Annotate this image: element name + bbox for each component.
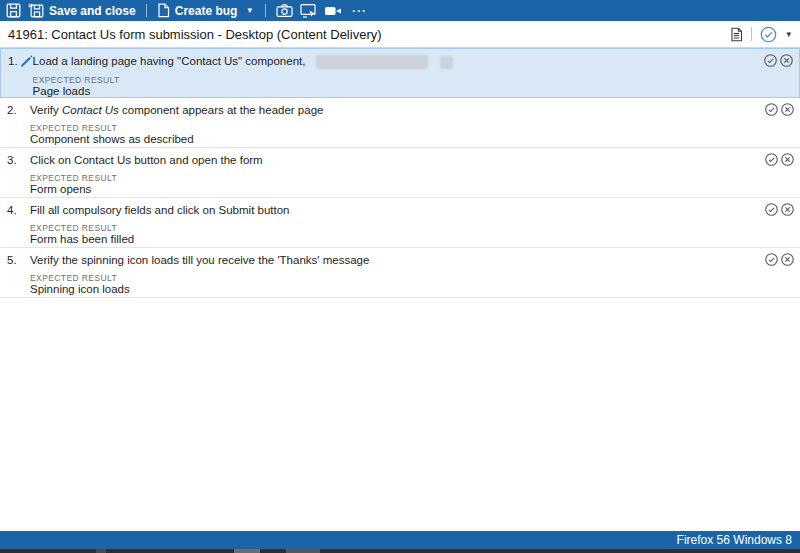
outcome-dropdown-caret-icon[interactable]: ▾ (785, 28, 792, 41)
expected-result-label: EXPECTED RESULT (33, 75, 799, 85)
step-action: Verify the spinning icon loads till you … (30, 254, 800, 267)
step-action: Load a landing page having "Contact Us" … (33, 55, 799, 69)
step-action-text: component appears at the header page (119, 104, 324, 116)
test-case-title: 41961: Contact Us form submission - Desk… (8, 27, 730, 42)
create-bug-button[interactable]: Create bug (157, 3, 238, 18)
step-pass-icon[interactable] (765, 203, 778, 216)
status-bar: Firefox 56 Windows 8 (0, 531, 800, 549)
expected-result-text: Page loads (33, 85, 799, 98)
step-pass-icon[interactable] (765, 253, 778, 266)
save-and-close-label: Save and close (49, 4, 136, 18)
test-step-row-2[interactable]: 2. Verify Contact Us component appears a… (0, 98, 800, 148)
toolbar-divider (146, 4, 147, 17)
expected-result-text: Spinning icon loads (30, 283, 800, 296)
expected-result-text: Form has been filled (30, 233, 800, 246)
save-and-close-button[interactable]: Save and close (28, 3, 136, 18)
step-fail-icon[interactable] (781, 153, 794, 166)
save-and-close-icon (28, 3, 44, 18)
step-number: 4. (7, 204, 17, 217)
test-step-row-3[interactable]: 3. Click on Contact Us button and open t… (0, 148, 800, 198)
screen-recording-icon[interactable] (324, 5, 342, 17)
save-icon[interactable] (6, 3, 21, 18)
title-divider (751, 27, 752, 41)
redacted-text-blob (440, 56, 453, 69)
step-action: Verify Contact Us component appears at t… (30, 104, 800, 117)
background-page-sliver (0, 549, 800, 553)
new-document-icon (157, 3, 170, 18)
step-fail-icon[interactable] (781, 103, 794, 116)
test-runner-window: Save and close Create bug ▾ (0, 0, 800, 553)
step-action-text: Load a landing page having "Contact Us" … (33, 55, 306, 67)
step-number: 3. (7, 154, 17, 167)
step-fail-icon[interactable] (781, 253, 794, 266)
redacted-text-blob (316, 55, 428, 69)
test-steps-list: 1. Load a landing page having "Contact U… (0, 48, 800, 531)
create-bug-dropdown-caret-icon[interactable]: ▾ (244, 4, 255, 17)
step-pass-icon[interactable] (764, 54, 777, 67)
expected-result-label: EXPECTED RESULT (30, 173, 800, 183)
expected-result-label: EXPECTED RESULT (30, 273, 800, 283)
step-action-text: Verify (30, 104, 62, 116)
environment-label: Firefox 56 Windows 8 (677, 533, 792, 547)
step-number: 1. (8, 55, 18, 68)
toolbar: Save and close Create bug ▾ (0, 0, 800, 21)
step-pass-icon[interactable] (765, 153, 778, 166)
step-number: 2. (7, 104, 17, 117)
step-action: Fill all compulsory fields and click on … (30, 204, 800, 217)
more-options-icon[interactable]: ⋯ (349, 3, 369, 18)
step-pass-icon[interactable] (765, 103, 778, 116)
step-fail-icon[interactable] (781, 203, 794, 216)
test-step-row-4[interactable]: 4. Fill all compulsory fields and click … (0, 198, 800, 248)
title-bar: 41961: Contact Us form submission - Desk… (0, 21, 800, 48)
edit-pencil-icon[interactable] (20, 54, 33, 67)
expected-result-text: Component shows as described (30, 133, 800, 146)
step-action: Click on Contact Us button and open the … (30, 154, 800, 167)
mark-outcome-pass-icon[interactable] (760, 26, 777, 43)
step-number: 5. (7, 254, 17, 267)
test-step-row-5[interactable]: 5. Verify the spinning icon loads till y… (0, 248, 800, 298)
create-bug-label: Create bug (175, 4, 238, 18)
test-case-details-icon[interactable] (730, 27, 743, 42)
expected-result-label: EXPECTED RESULT (30, 123, 800, 133)
expected-result-label: EXPECTED RESULT (30, 223, 800, 233)
screen-capture-icon[interactable] (300, 3, 317, 18)
toolbar-divider (265, 4, 266, 17)
expected-result-text: Form opens (30, 183, 800, 196)
test-step-row-1[interactable]: 1. Load a landing page having "Contact U… (0, 48, 800, 98)
step-fail-icon[interactable] (780, 54, 793, 67)
screenshot-camera-icon[interactable] (276, 3, 293, 18)
step-action-italic-text: Contact Us (62, 104, 119, 116)
